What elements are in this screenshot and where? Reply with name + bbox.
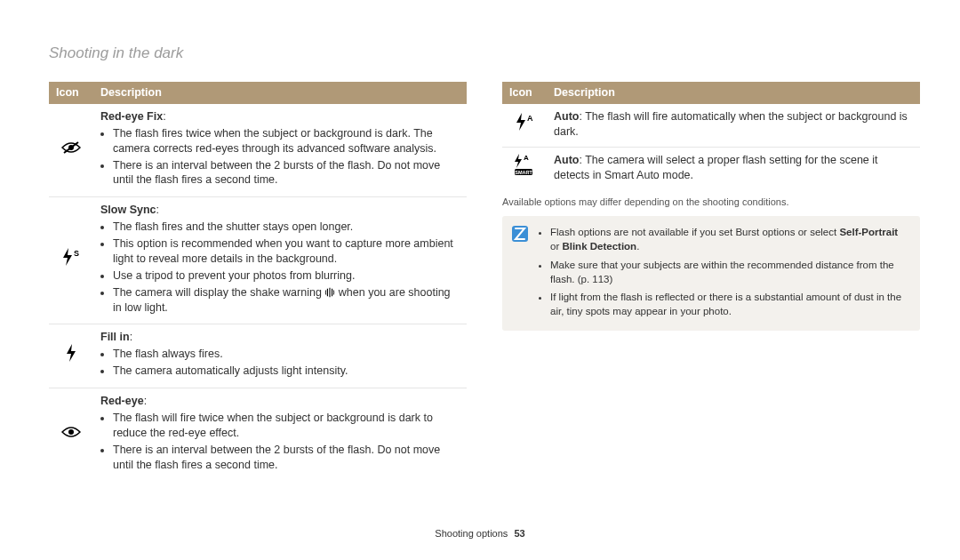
- auto-flash-icon: A: [502, 104, 547, 147]
- option-text: : The flash will fire automatically when…: [554, 110, 908, 138]
- bullet-item: The camera will display the shake warnin…: [113, 285, 460, 316]
- svg-text:S: S: [74, 249, 79, 258]
- table-row: AAuto: The flash will fire automatically…: [502, 104, 920, 147]
- page: Shooting in the dark Icon Description Re…: [0, 0, 960, 560]
- red-eye-fix-icon: [49, 104, 93, 197]
- option-lead: Auto: [554, 110, 579, 123]
- page-footer: Shooting options 53: [0, 528, 960, 539]
- option-lead: Auto: [554, 154, 579, 166]
- table-row: SSlow Sync:The flash fires and the shutt…: [49, 197, 467, 324]
- option-bullets: The flash fires and the shutter stays op…: [100, 220, 460, 315]
- th-description: Description: [93, 82, 467, 104]
- note-box: Flash options are not available if you s…: [502, 216, 920, 331]
- left-tbody: Red-eye Fix:The flash fires twice when t…: [49, 104, 467, 482]
- option-bullets: The flash will fire twice when the subje…: [100, 411, 460, 473]
- th-icon: Icon: [49, 82, 93, 104]
- note-bullets: Flash options are not available if you s…: [538, 225, 909, 322]
- th-icon: Icon: [502, 82, 547, 104]
- bullet-item: The flash fires and the shutter stays op…: [113, 220, 460, 235]
- red-eye-icon: [49, 388, 93, 482]
- description-cell: Red-eye:The flash will fire twice when t…: [93, 388, 467, 482]
- description-cell: Fill in:The flash always fires.The camer…: [93, 324, 467, 388]
- footer-page-number: 53: [514, 528, 524, 539]
- description-cell: Slow Sync:The flash fires and the shutte…: [93, 197, 467, 324]
- slow-sync-icon: S: [49, 197, 93, 324]
- table-row: ASMARTAuto: The camera will select a pro…: [502, 147, 920, 189]
- option-title: Slow Sync: [100, 204, 156, 216]
- availability-note: Available options may differ depending o…: [502, 196, 920, 207]
- table-row: Red-eye:The flash will fire twice when t…: [49, 388, 467, 482]
- svg-text:A: A: [527, 114, 533, 123]
- description-cell: Red-eye Fix:The flash fires twice when t…: [93, 104, 467, 197]
- content-columns: Icon Description Red-eye Fix:The flash f…: [49, 82, 920, 481]
- svg-point-3: [68, 429, 74, 435]
- th-description: Description: [547, 82, 920, 104]
- description-cell: Auto: The camera will select a proper fl…: [547, 147, 920, 189]
- bullet-item: The flash will fire twice when the subje…: [113, 411, 460, 441]
- right-tbody: AAuto: The flash will fire automatically…: [502, 104, 920, 190]
- smart-auto-flash-icon: ASMART: [502, 147, 547, 189]
- flash-options-table-right: Icon Description AAuto: The flash will f…: [502, 82, 920, 189]
- bullet-item: There is an interval between the 2 burst…: [113, 443, 460, 473]
- bullet-item: There is an interval between the 2 burst…: [113, 158, 460, 188]
- option-title: Red-eye: [100, 395, 144, 407]
- svg-text:A: A: [524, 154, 529, 162]
- option-bullets: The flash fires twice when the subject o…: [100, 126, 460, 188]
- left-column: Icon Description Red-eye Fix:The flash f…: [49, 82, 467, 481]
- note-bullet: If light from the flash is reflected or …: [550, 290, 909, 318]
- bullet-item: The camera automatically adjusts light i…: [113, 364, 460, 379]
- table-row: Fill in:The flash always fires.The camer…: [49, 324, 467, 388]
- flash-options-table-left: Icon Description Red-eye Fix:The flash f…: [49, 82, 467, 481]
- table-row: Red-eye Fix:The flash fires twice when t…: [49, 104, 467, 197]
- bullet-item: The flash always fires.: [113, 347, 460, 362]
- bullet-item: The flash fires twice when the subject o…: [113, 126, 460, 156]
- right-column: Icon Description AAuto: The flash will f…: [502, 82, 920, 481]
- note-bullet: Flash options are not available if you s…: [550, 225, 909, 253]
- note-icon: [511, 225, 529, 322]
- option-title: Fill in: [100, 331, 130, 343]
- svg-text:SMART: SMART: [515, 170, 532, 175]
- page-title: Shooting in the dark: [49, 44, 920, 62]
- bullet-item: This option is recommended when you want…: [113, 236, 460, 267]
- description-cell: Auto: The flash will fire automatically …: [547, 104, 920, 147]
- footer-section: Shooting options: [435, 528, 508, 539]
- option-bullets: The flash always fires.The camera automa…: [100, 347, 460, 379]
- fill-in-icon: [49, 324, 93, 388]
- note-bullet: Make sure that your subjects are within …: [550, 258, 909, 286]
- option-title: Red-eye Fix: [100, 110, 163, 123]
- option-text: : The camera will select a proper flash …: [554, 154, 878, 181]
- bullet-item: Use a tripod to prevent your photos from…: [113, 268, 460, 284]
